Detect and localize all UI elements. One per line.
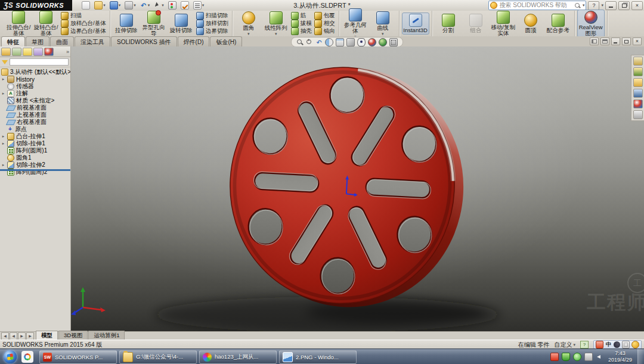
tree-item-阵列(圆周)1[interactable]: 阵列(圆周)1 bbox=[1, 147, 70, 154]
ribbon-button-fillet[interactable]: 圆角▾ bbox=[235, 10, 262, 38]
search-dropdown-caret[interactable]: ▾ bbox=[583, 3, 585, 8]
split-view-icon[interactable] bbox=[590, 38, 599, 45]
undo-button[interactable]: ↶▾ bbox=[139, 1, 151, 10]
select-button[interactable]: ▾ bbox=[153, 1, 165, 10]
view-orientation-icon[interactable] bbox=[336, 38, 344, 46]
ribbon-button-hole-wizard[interactable]: 异型孔向导 bbox=[140, 10, 168, 38]
ribbon-button-intersect[interactable]: 相交 bbox=[314, 20, 335, 27]
appearances-icon[interactable] bbox=[633, 99, 643, 108]
tab-曲面[interactable]: 曲面 bbox=[50, 36, 74, 46]
ribbon-button-boundary-cut[interactable]: 边界切除 bbox=[196, 28, 228, 35]
design-library-icon[interactable] bbox=[633, 67, 643, 76]
tab-草图[interactable]: 草图 bbox=[26, 36, 49, 46]
task-button[interactable]: G:\微信公众号\4-... bbox=[119, 350, 197, 364]
tab-特征[interactable]: 特征 bbox=[1, 36, 25, 46]
ime-settings-icon[interactable] bbox=[631, 341, 639, 349]
doc-close-button[interactable]: × bbox=[633, 38, 642, 45]
tree-root-item[interactable]: 3.从动件 (默认<<默认>_显示状 bbox=[1, 69, 70, 76]
tree-item-切除-拉伸2[interactable]: ▸切除-拉伸2 bbox=[1, 161, 70, 169]
ime-tool-icon[interactable] bbox=[596, 341, 603, 349]
ime-mode-icon[interactable] bbox=[614, 341, 620, 348]
tree-item-注解[interactable]: ▸A注解 bbox=[1, 90, 70, 97]
start-button[interactable] bbox=[4, 350, 17, 363]
tab-SOLIDWORKS 插件[interactable]: SOLIDWORKS 插件 bbox=[111, 36, 177, 46]
resources-icon[interactable] bbox=[633, 57, 643, 66]
save-button[interactable]: ▾ bbox=[109, 1, 122, 10]
new-file-button[interactable] bbox=[80, 1, 91, 10]
tab-焊件(D)[interactable]: 焊件(D) bbox=[178, 36, 210, 46]
ime-language-indicator[interactable]: 中 bbox=[605, 341, 612, 348]
tree-item-前视基准面[interactable]: 前视基准面 bbox=[1, 104, 70, 111]
doc-restore-button[interactable] bbox=[622, 38, 631, 45]
ribbon-button-rib[interactable]: 筋 bbox=[291, 13, 312, 19]
tree-item-切除-拉伸1[interactable]: ▸切除-拉伸1 bbox=[1, 140, 70, 147]
ribbon-button-linear-pattern[interactable]: 线性阵列▾ bbox=[262, 10, 290, 38]
ribbon-button-draft[interactable]: 拔模 bbox=[291, 20, 312, 27]
ribbon-button-split[interactable]: 分割 bbox=[435, 13, 462, 35]
ribbon-button-mirror[interactable]: 镜向 bbox=[314, 28, 335, 35]
tree-item-圆角1[interactable]: 圆角1 bbox=[1, 154, 70, 161]
window-restore-button[interactable] bbox=[618, 1, 630, 10]
rebuild-button[interactable] bbox=[167, 1, 178, 10]
displaymanager-tab-icon[interactable] bbox=[44, 48, 54, 56]
tree-item-材质 <未指定>[interactable]: 材质 <未指定> bbox=[1, 97, 70, 104]
quick-launch-browser-icon[interactable] bbox=[21, 351, 33, 363]
tree-item-原点[interactable]: +原点 bbox=[1, 126, 70, 133]
propertymanager-tab-icon[interactable] bbox=[12, 48, 21, 56]
bottom-tab-3D视图[interactable]: 3D视图 bbox=[58, 331, 88, 340]
keyboard-icon[interactable] bbox=[622, 341, 630, 349]
bottom-tab-模型[interactable]: 模型 bbox=[36, 331, 58, 340]
tree-item-右视基准面[interactable]: 右视基准面 bbox=[1, 119, 70, 126]
previous-view-icon[interactable]: ↶ bbox=[315, 39, 323, 46]
ribbon-button-extrude-boss[interactable]: 拉伸凸台/基体 bbox=[5, 10, 32, 38]
show-desktop-button[interactable] bbox=[637, 349, 643, 364]
display-style-icon[interactable] bbox=[346, 38, 355, 46]
help-button[interactable]: ? bbox=[588, 1, 599, 10]
task-button[interactable]: hao123_上网从... bbox=[199, 350, 277, 364]
panel-splitter[interactable] bbox=[0, 169, 70, 171]
ribbon-button-mate-reference[interactable]: 配合参考 bbox=[544, 13, 572, 35]
ribbon-button-sweep[interactable]: 扫描 bbox=[61, 13, 106, 19]
search-input[interactable]: 搜索 SOLIDWORKS 帮助 bbox=[499, 1, 572, 10]
ribbon-button-lofted-cut[interactable]: 放样切割 bbox=[196, 20, 228, 27]
print-button[interactable]: ▾ bbox=[123, 1, 137, 10]
tray-security-icon[interactable] bbox=[562, 353, 570, 361]
window-minimize-button[interactable] bbox=[605, 1, 617, 10]
tray-update-icon[interactable] bbox=[573, 353, 581, 361]
ribbon-button-instant3d[interactable]: Instant3D bbox=[402, 13, 429, 35]
ribbon-button-dome[interactable]: 圆顶 bbox=[517, 13, 544, 35]
ribbon-button-boundary[interactable]: 边界凸台/基体 bbox=[61, 28, 106, 35]
options-button[interactable]: ▾ bbox=[192, 1, 206, 10]
search-icon[interactable] bbox=[574, 2, 581, 9]
apply-scene-icon[interactable] bbox=[379, 38, 387, 46]
ribbon-button-reference-geometry[interactable]: 参考几何体▾ bbox=[342, 7, 369, 41]
ribbon-button-wrap[interactable]: 包覆 bbox=[314, 13, 335, 19]
zoom-to-fit-icon[interactable] bbox=[296, 39, 304, 46]
ribbon-button-realview[interactable]: RealView 图形 bbox=[577, 10, 605, 38]
filter-funnel-icon[interactable] bbox=[2, 60, 8, 64]
taskbar-clock[interactable]: 7:43 2019/4/29 bbox=[608, 350, 632, 363]
task-button[interactable]: SWSOLIDWORKS P... bbox=[39, 350, 117, 364]
bottom-tab-运动算例1[interactable]: 运动算例1 bbox=[88, 331, 125, 340]
ribbon-button-revolve-boss[interactable]: 旋转凸台/基体 bbox=[32, 10, 60, 38]
customize-dropdown[interactable]: 自定义 ▾ bbox=[554, 341, 575, 349]
custom-properties-icon[interactable] bbox=[633, 110, 643, 119]
edit-appearance-icon[interactable] bbox=[368, 38, 376, 46]
ribbon-button-swept-cut[interactable]: 扫描切除 bbox=[196, 13, 228, 19]
tab-钣金(H)[interactable]: 钣金(H) bbox=[210, 36, 242, 46]
zoom-to-area-icon[interactable] bbox=[306, 39, 313, 46]
featuremanager-tab-icon[interactable] bbox=[1, 48, 11, 56]
manager-tabs-overflow[interactable]: » bbox=[66, 49, 69, 55]
slot[interactable] bbox=[254, 172, 319, 192]
file-explorer-icon[interactable] bbox=[633, 78, 643, 87]
tab-渲染工具[interactable]: 渲染工具 bbox=[75, 36, 110, 46]
search-box[interactable]: 搜索 SOLIDWORKS 帮助 ▾ bbox=[488, 1, 586, 10]
open-file-button[interactable]: ▾ bbox=[93, 1, 107, 10]
graphics-viewport[interactable]: 工 工程师 bbox=[71, 46, 644, 331]
slot[interactable] bbox=[366, 178, 431, 198]
tray-volume-icon[interactable] bbox=[596, 353, 603, 360]
doc-minimize-button[interactable] bbox=[611, 38, 620, 45]
split-view-horizontal-icon[interactable] bbox=[600, 38, 609, 45]
task-button[interactable]: 2.PNG - Windo... bbox=[279, 350, 357, 364]
configurationmanager-tab-icon[interactable] bbox=[23, 48, 32, 56]
